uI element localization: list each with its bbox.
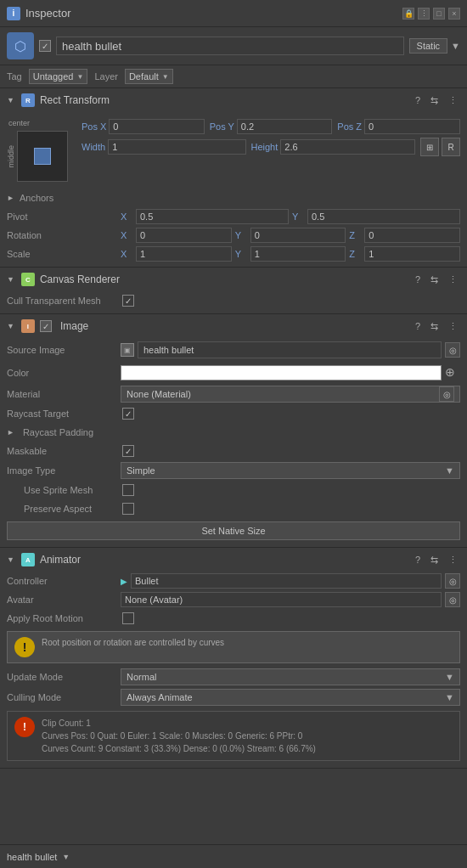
- maximize-button[interactable]: □: [433, 8, 445, 20]
- rect-transform-header[interactable]: ▼ R Rect Transform ? ⇆ ⋮: [0, 88, 467, 112]
- rect-pos-grid: Pos X Pos Y Pos Z: [82, 119, 460, 182]
- cull-transparent-checkbox[interactable]: [122, 295, 134, 307]
- image-type-dropdown[interactable]: Simple ▼: [121, 462, 460, 479]
- source-image-select-button[interactable]: ◎: [445, 342, 460, 358]
- animator-settings-button[interactable]: ⇆: [428, 554, 441, 566]
- warning-text: Root position or rotation are controlled…: [42, 637, 224, 649]
- rot-y-input[interactable]: [250, 228, 346, 243]
- pos-x-group: Pos X: [82, 119, 205, 134]
- layer-dropdown[interactable]: Default ▼: [125, 69, 173, 84]
- animator-component: ▼ A Animator ? ⇆ ⋮ Controller ▶ ◎ Avatar: [0, 548, 467, 769]
- culling-mode-dropdown[interactable]: Always Animate ▼: [121, 689, 460, 706]
- controller-input[interactable]: [131, 573, 442, 589]
- image-title: Image: [60, 320, 408, 332]
- static-arrow[interactable]: ▼: [451, 41, 460, 51]
- canvas-renderer-actions: ? ⇆ ⋮: [413, 273, 460, 286]
- color-eyedropper-button[interactable]: ⊕: [445, 365, 460, 380]
- reset-button[interactable]: R: [442, 138, 460, 156]
- rot-x-axis-label: X: [121, 230, 132, 240]
- info-icon: !: [14, 717, 35, 737]
- image-header[interactable]: ▼ I Image ? ⇆ ⋮: [0, 314, 467, 338]
- source-image-input[interactable]: [138, 341, 442, 358]
- rot-z-input[interactable]: [364, 228, 460, 243]
- material-label: Material: [7, 389, 117, 399]
- pos-y-label: Pos Y: [210, 121, 234, 132]
- raycast-target-checkbox[interactable]: [122, 408, 134, 420]
- tag-dropdown-arrow: ▼: [76, 73, 83, 81]
- material-dropdown[interactable]: None (Material) ◎: [121, 386, 460, 403]
- pos-xyz-row: Pos X Pos Y Pos Z: [82, 119, 460, 134]
- scale-row: Scale X Y Z: [0, 245, 467, 263]
- close-button[interactable]: ×: [448, 8, 460, 20]
- pivot-y-input[interactable]: [307, 209, 460, 224]
- canvas-renderer-header[interactable]: ▼ C Canvas Renderer ? ⇆ ⋮: [0, 268, 467, 291]
- canvas-help-button[interactable]: ?: [413, 273, 423, 285]
- rect-settings-button[interactable]: ⇆: [428, 94, 441, 107]
- color-swatch[interactable]: [121, 365, 442, 380]
- animator-expand-icon: ▼: [7, 555, 14, 564]
- rot-x-input[interactable]: [136, 228, 232, 243]
- apply-root-motion-checkbox[interactable]: [122, 612, 134, 624]
- cull-transparent-row: Cull Transparent Mesh: [0, 291, 467, 310]
- color-row: Color ⊕: [0, 362, 467, 384]
- avatar-select-button[interactable]: ◎: [445, 592, 460, 607]
- width-input[interactable]: [108, 139, 245, 155]
- animator-icon: A: [21, 553, 35, 566]
- color-label: Color: [7, 368, 117, 378]
- animator-header[interactable]: ▼ A Animator ? ⇆ ⋮: [0, 548, 467, 572]
- pos-x-input[interactable]: [109, 119, 204, 134]
- anchor-widget[interactable]: [17, 131, 68, 182]
- bottom-bar-text: health bullet: [7, 852, 57, 862]
- anchors-expand-icon: ►: [7, 194, 14, 202]
- preserve-aspect-checkbox[interactable]: [122, 503, 134, 515]
- avatar-label: Avatar: [7, 595, 117, 605]
- info-content: Clip Count: 1 Curves Pos: 0 Quat: 0 Eule…: [42, 717, 316, 755]
- rect-more-button[interactable]: ⋮: [446, 94, 460, 107]
- height-input[interactable]: [280, 139, 415, 155]
- pos-x-label: Pos X: [82, 121, 106, 132]
- update-mode-label: Update Mode: [7, 672, 117, 682]
- lock-button[interactable]: 🔒: [402, 8, 414, 20]
- avatar-input[interactable]: [121, 592, 442, 607]
- gameobject-enabled-checkbox[interactable]: [39, 40, 51, 52]
- anchors-row[interactable]: ► Anchors: [0, 189, 467, 207]
- material-select-button[interactable]: ◎: [439, 386, 454, 402]
- gameobject-name-input[interactable]: [56, 37, 404, 55]
- bottom-bar-arrow[interactable]: ▼: [62, 853, 70, 861]
- pos-z-group: Pos Z: [337, 119, 460, 134]
- scale-x-input[interactable]: [136, 246, 232, 262]
- update-mode-dropdown[interactable]: Normal ▼: [121, 668, 460, 685]
- rect-transform-title: Rect Transform: [40, 94, 408, 106]
- pos-y-input[interactable]: [237, 119, 333, 134]
- maskable-checkbox[interactable]: [122, 445, 134, 457]
- canvas-more-button[interactable]: ⋮: [446, 273, 460, 286]
- rect-transform-component: ▼ R Rect Transform ? ⇆ ⋮ center middle: [0, 88, 467, 268]
- scale-z-input[interactable]: [364, 246, 460, 262]
- static-row: Static ▼: [409, 38, 460, 54]
- apply-root-motion-label: Apply Root Motion: [7, 613, 117, 623]
- pos-z-input[interactable]: [364, 119, 460, 134]
- image-enabled-checkbox[interactable]: [40, 320, 52, 332]
- canvas-settings-button[interactable]: ⇆: [428, 273, 441, 286]
- title-bar-controls: 🔒 ⋮ □ ×: [402, 8, 460, 20]
- width-group: Width: [82, 138, 246, 156]
- scale-y-input[interactable]: [250, 246, 346, 262]
- use-sprite-mesh-checkbox[interactable]: [122, 484, 134, 496]
- image-settings-button[interactable]: ⇆: [428, 320, 441, 333]
- animator-help-button[interactable]: ?: [413, 554, 423, 566]
- tag-dropdown[interactable]: Untagged ▼: [29, 69, 88, 84]
- image-more-button[interactable]: ⋮: [446, 320, 460, 333]
- stretch-button[interactable]: ⊞: [420, 138, 439, 156]
- canvas-renderer-props: Cull Transparent Mesh: [0, 291, 467, 313]
- material-row: Material None (Material) ◎: [0, 384, 467, 404]
- pivot-x-input[interactable]: [136, 209, 289, 224]
- static-button[interactable]: Static: [409, 38, 448, 54]
- animator-more-button[interactable]: ⋮: [446, 554, 460, 566]
- image-help-button[interactable]: ?: [413, 320, 423, 332]
- pos-z-label: Pos Z: [337, 121, 362, 132]
- rect-help-button[interactable]: ?: [413, 94, 423, 106]
- controller-select-button[interactable]: ◎: [445, 573, 460, 589]
- set-native-size-button[interactable]: Set Native Size: [7, 521, 460, 540]
- controller-label: Controller: [7, 576, 117, 586]
- menu-button[interactable]: ⋮: [418, 8, 430, 20]
